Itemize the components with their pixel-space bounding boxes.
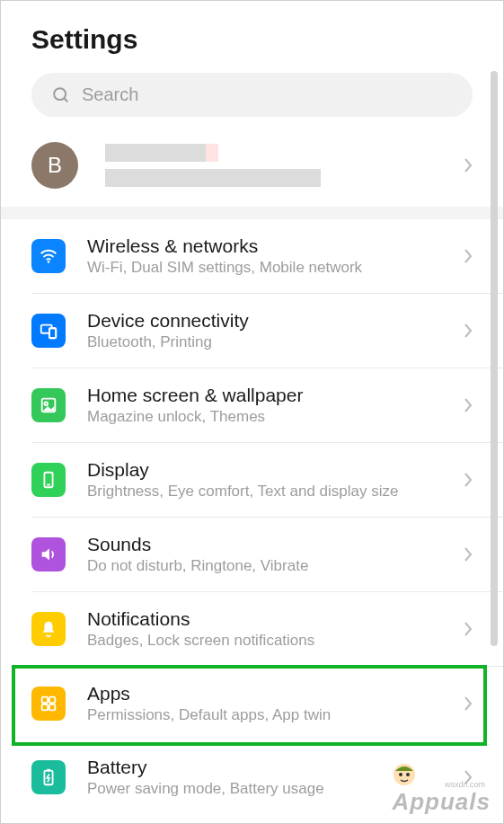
item-subtitle: Brightness, Eye comfort, Text and displa…: [87, 483, 464, 501]
svg-rect-10: [42, 697, 48, 703]
settings-list: Wireless & networks Wi-Fi, Dual SIM sett…: [1, 219, 503, 814]
wallpaper-icon: [31, 388, 66, 422]
item-title: Apps: [87, 683, 464, 704]
svg-rect-12: [42, 704, 48, 710]
item-title: Wireless & networks: [87, 235, 464, 257]
page-title: Settings: [1, 1, 503, 73]
settings-item-apps[interactable]: Apps Permissions, Default apps, App twin: [31, 667, 503, 740]
scrollbar[interactable]: [491, 71, 498, 646]
svg-point-18: [406, 773, 410, 776]
settings-item-wireless[interactable]: Wireless & networks Wi-Fi, Dual SIM sett…: [31, 219, 503, 294]
watermark-text: Appuals: [392, 788, 491, 816]
item-subtitle: Wi-Fi, Dual SIM settings, Mobile network: [87, 259, 464, 277]
item-title: Sounds: [87, 534, 464, 555]
svg-rect-4: [49, 328, 56, 338]
search-placeholder: Search: [82, 84, 138, 105]
item-title: Device connectivity: [87, 310, 464, 332]
svg-point-2: [48, 261, 50, 263]
account-text: [105, 144, 464, 187]
chevron-right-icon: [464, 696, 473, 712]
settings-item-display[interactable]: Display Brightness, Eye comfort, Text an…: [31, 443, 503, 518]
item-subtitle: Magazine unlock, Themes: [87, 408, 464, 426]
search-input[interactable]: Search: [31, 73, 473, 117]
svg-point-7: [44, 402, 48, 405]
item-title: Notifications: [87, 608, 464, 630]
svg-rect-15: [47, 769, 50, 772]
settings-item-sounds[interactable]: Sounds Do not disturb, Ringtone, Vibrate: [31, 518, 503, 592]
item-title: Home screen & wallpaper: [87, 385, 464, 406]
chevron-right-icon: [464, 546, 473, 563]
svg-rect-13: [49, 704, 55, 710]
apps-icon: [31, 687, 66, 721]
chevron-right-icon: [464, 248, 473, 264]
chevron-right-icon: [464, 157, 473, 173]
item-subtitle: Permissions, Default apps, App twin: [87, 706, 464, 724]
devices-icon: [31, 314, 66, 348]
item-subtitle: Badges, Lock screen notifications: [87, 632, 464, 650]
item-subtitle: Bluetooth, Printing: [87, 333, 464, 351]
item-subtitle: Do not disturb, Ringtone, Vibrate: [87, 557, 464, 575]
avatar: B: [31, 142, 78, 189]
search-icon: [51, 85, 71, 105]
svg-point-0: [54, 88, 66, 100]
account-detail-redacted: [105, 169, 321, 187]
account-name-redacted: [105, 144, 213, 162]
chevron-right-icon: [464, 397, 473, 413]
chevron-right-icon: [464, 621, 473, 637]
settings-item-device-connectivity[interactable]: Device connectivity Bluetooth, Printing: [31, 294, 503, 368]
chevron-right-icon: [464, 323, 473, 339]
chevron-right-icon: [464, 472, 473, 488]
sound-icon: [31, 537, 66, 571]
settings-item-home-screen[interactable]: Home screen & wallpaper Magazine unlock,…: [31, 368, 503, 443]
settings-item-notifications[interactable]: Notifications Badges, Lock screen notifi…: [31, 592, 503, 667]
account-row[interactable]: B: [1, 137, 503, 207]
svg-point-17: [399, 773, 402, 776]
wifi-icon: [31, 239, 66, 273]
item-title: Display: [87, 459, 464, 481]
svg-line-1: [64, 98, 67, 102]
display-icon: [31, 463, 66, 497]
battery-icon: [31, 760, 66, 794]
bell-icon: [31, 612, 66, 646]
svg-rect-11: [49, 697, 55, 703]
section-divider: [1, 207, 503, 219]
